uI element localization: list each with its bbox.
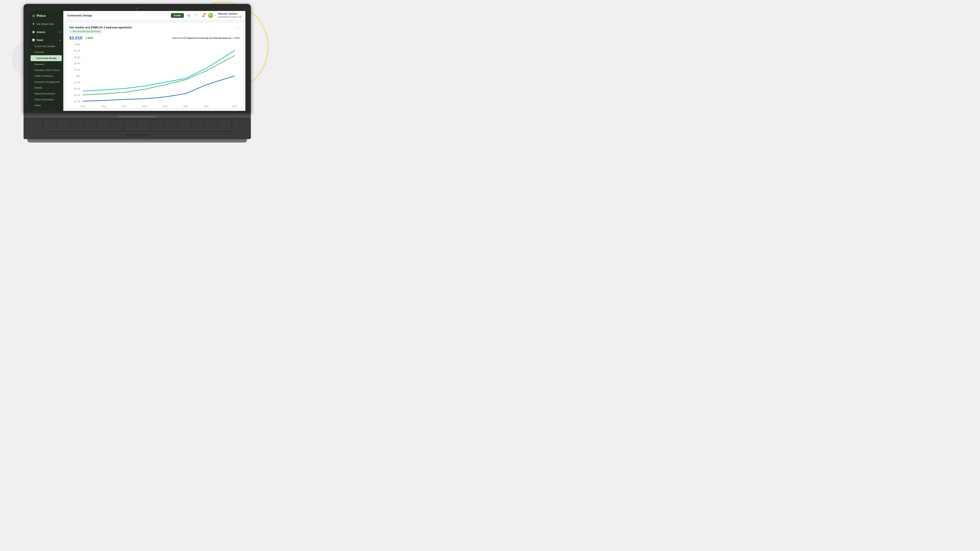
key	[97, 123, 110, 125]
sidebar-item-utilities[interactable]: Utilities	[29, 108, 63, 111]
education-label: Education, Arts & Culture	[35, 69, 60, 71]
key	[178, 125, 191, 128]
key	[56, 125, 70, 128]
key	[178, 120, 191, 122]
sidebar-item-overview[interactable]: Overview	[29, 49, 63, 55]
avatar[interactable]: CE	[208, 13, 213, 18]
chart-card: Fair market rent (FMR) for 2 bedroom apa…	[66, 23, 243, 108]
economy-label: Economy	[35, 63, 44, 65]
notification-button[interactable]: 🔔 0	[201, 13, 206, 18]
key	[218, 120, 231, 122]
svg-text:$1.5K: $1.5K	[74, 94, 80, 96]
key	[151, 128, 164, 131]
more-options-button[interactable]: ⋮	[233, 26, 236, 30]
chart-source: Data from U.S. Department of Housing and…	[172, 37, 240, 39]
svg-text:2022: 2022	[204, 105, 209, 107]
key	[83, 120, 97, 122]
touchpad[interactable]	[126, 133, 149, 137]
key	[43, 125, 56, 128]
svg-text:$2K: $2K	[76, 75, 80, 77]
key	[191, 123, 204, 125]
utilities-label: Utilities	[35, 110, 42, 111]
sidebar-item-see-whats-new[interactable]: 💡 See What's New	[29, 21, 63, 27]
svg-point-0	[189, 14, 189, 15]
sidebar-item-assess[interactable]: 📋 Assess ▾	[29, 29, 63, 35]
inclusivity-label: Inclusivity & Engagement	[35, 81, 60, 83]
key	[178, 128, 191, 131]
key	[110, 125, 124, 128]
assess-chevron-icon: ▾	[59, 31, 60, 33]
nav-actions: Create ? 🔔 0	[171, 13, 242, 18]
sidebar-item-economy[interactable]: Economy	[29, 61, 63, 67]
notification-badge: 0	[204, 13, 206, 15]
key	[56, 128, 70, 131]
assess-icon: 📋	[32, 31, 35, 33]
key	[191, 128, 204, 131]
key	[70, 128, 83, 131]
key	[110, 128, 124, 131]
key	[164, 120, 178, 122]
key	[97, 120, 110, 122]
keyboard-keys: var k = document.querySelector('.keyboar…	[42, 119, 232, 132]
key	[137, 128, 151, 131]
key	[205, 125, 218, 128]
webcam	[136, 8, 138, 10]
sidebar-item-parks[interactable]: Parks & Recreation	[29, 97, 63, 102]
community-design-label: Community Design	[36, 57, 57, 59]
parks-label: Parks & Recreation	[35, 98, 54, 101]
key	[43, 128, 56, 131]
sidebar-item-education[interactable]: Education, Arts & Culture	[29, 67, 63, 73]
key	[218, 125, 231, 128]
chevron-down-icon: ▾	[215, 14, 216, 16]
key	[70, 120, 83, 122]
track-chevron-icon: ▴	[59, 39, 60, 41]
chart-menu: ⋮ ×	[233, 26, 240, 30]
sidebar-item-track[interactable]: 📊 Track ▴	[29, 37, 63, 43]
chart-svg-container: $29K $2.7K $2.5K $2.4K $2.2K $2K $1.9K $…	[69, 42, 240, 108]
sidebar-item-health[interactable]: Health & Wellness	[29, 73, 63, 79]
key	[191, 125, 204, 128]
key	[124, 128, 137, 131]
chart-value-row: $2,010 + $259 Data from U.S. Department …	[69, 35, 240, 41]
see-whats-new-label: See What's New	[37, 23, 54, 25]
sidebar-logo: ✿ Polco	[29, 11, 63, 21]
sidebar-item-natural-environment[interactable]: Natural Environment	[29, 91, 63, 97]
sidebar-item-community-design[interactable]: Community Design	[30, 55, 62, 61]
screen-bezel: ✿ Polco 💡 See What's New 📋 Assess ▾	[24, 4, 251, 113]
svg-text:2018: 2018	[163, 105, 168, 107]
safety-label: Safety	[35, 104, 41, 106]
welcome-greeting: Welcome, Christie! Administrator of Demo…	[218, 13, 242, 18]
share-button[interactable]	[186, 13, 191, 18]
key	[124, 125, 137, 128]
svg-point-1	[188, 15, 188, 16]
sidebar: ✿ Polco 💡 See What's New 📋 Assess ▾	[29, 11, 63, 111]
svg-text:$1.4K: $1.4K	[74, 100, 80, 103]
track-icon: 📊	[32, 39, 35, 41]
sidebar-item-community-livability[interactable]: Community Livability	[29, 43, 63, 49]
key	[191, 120, 204, 122]
svg-text:2012: 2012	[101, 105, 106, 107]
key	[97, 125, 110, 128]
health-label: Health & Wellness	[35, 75, 53, 77]
chart-header: Fair market rent (FMR) for 2 bedroom apa…	[69, 26, 240, 33]
key	[218, 123, 231, 125]
help-button[interactable]: ?	[193, 13, 199, 18]
key	[137, 125, 151, 128]
top-nav: Community Design Create ?	[63, 11, 245, 20]
page-title: Community Design	[67, 14, 92, 17]
key	[137, 123, 151, 125]
key	[56, 120, 70, 122]
welcome-text-block: Welcome, Christie! Administrator of Demo…	[218, 13, 242, 18]
key	[43, 123, 56, 125]
close-button[interactable]: ×	[238, 26, 240, 29]
key	[151, 125, 164, 128]
sidebar-item-mobility[interactable]: Mobility	[29, 85, 63, 91]
chart-title: Fair market rent (FMR) for 2 bedroom apa…	[69, 26, 132, 29]
key	[164, 125, 178, 128]
sidebar-item-inclusivity[interactable]: Inclusivity & Engagement	[29, 79, 63, 85]
natural-environment-label: Natural Environment	[35, 92, 55, 95]
create-button[interactable]: Create	[171, 13, 184, 18]
key	[124, 120, 137, 122]
overview-label: Overview	[35, 51, 44, 53]
sidebar-item-safety[interactable]: Safety	[29, 102, 63, 108]
